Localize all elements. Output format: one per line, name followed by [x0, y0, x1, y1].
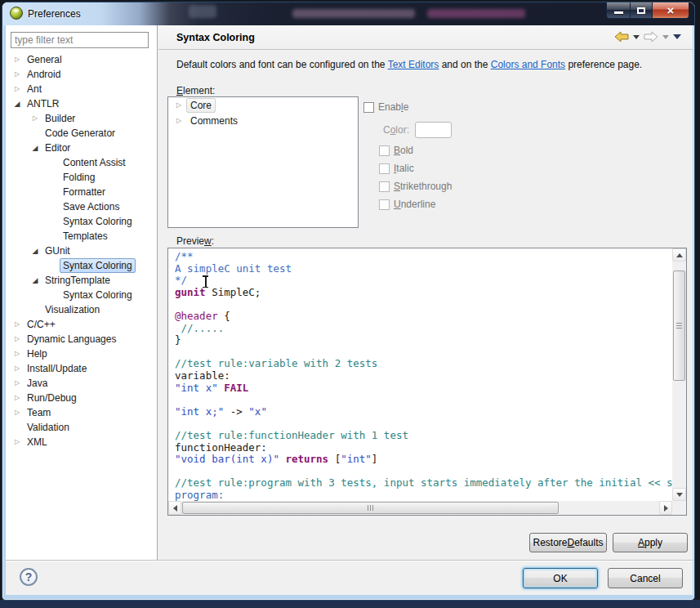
scroll-up-button[interactable] [672, 248, 686, 262]
horizontal-scroll-thumb[interactable] [182, 502, 559, 514]
scroll-right-button[interactable] [659, 501, 672, 515]
thumb-grip [676, 323, 682, 329]
collapse-arrow-icon[interactable]: ▷ [11, 332, 24, 346]
sidebar-item-validation[interactable]: Validation [6, 420, 157, 435]
sidebar-item-content-assist[interactable]: Content Assist [6, 155, 157, 170]
back-arrow-icon[interactable] [614, 31, 629, 42]
sidebar-item-label: Content Assist [60, 155, 129, 170]
expand-arrow-icon[interactable]: ◢ [11, 96, 24, 111]
collapse-arrow-icon[interactable]: ▷ [11, 346, 24, 361]
sidebar-item-install-update[interactable]: ▷Install/Update [6, 361, 157, 376]
text-editors-link[interactable]: Text Editors [388, 59, 439, 70]
collapse-arrow-icon[interactable]: ▷ [11, 67, 24, 82]
description-text: and on the [439, 59, 490, 70]
code-token-plain: { [218, 310, 230, 322]
sidebar-item-formatter[interactable]: Formatter [6, 185, 157, 199]
forward-arrow-icon[interactable] [644, 31, 658, 42]
code-line: /** [175, 251, 672, 263]
sidebar-item-team[interactable]: ▷Team [6, 405, 157, 420]
collapse-arrow-icon[interactable]: ▷ [172, 114, 186, 128]
dialog-titlebar[interactable]: Preferences × [2, 2, 694, 25]
sidebar-item-builder[interactable]: ▷Builder [6, 111, 157, 126]
sidebar-item-folding[interactable]: Folding [6, 170, 157, 185]
sidebar-item-gunit[interactable]: ◢GUnit [6, 244, 157, 258]
code-line: //test rule:functionHeader with 1 test [175, 430, 672, 442]
code-line: gunit SimpleC; [175, 287, 672, 299]
code-token-kw: gunit [175, 286, 206, 298]
collapse-arrow-icon[interactable]: ▷ [11, 391, 24, 405]
collapse-arrow-icon[interactable]: ▷ [11, 317, 24, 332]
code-line: //test rule:variable with 2 tests [175, 358, 672, 370]
underline-checkbox[interactable] [379, 199, 390, 210]
apply-button[interactable]: Apply [613, 533, 688, 552]
collapse-arrow-icon[interactable]: ▷ [11, 435, 24, 449]
close-button[interactable]: × [653, 2, 689, 19]
italic-checkbox[interactable] [379, 163, 390, 174]
collapse-arrow-icon[interactable]: ▷ [11, 376, 24, 391]
sidebar-item-dynamic-languages[interactable]: ▷Dynamic Languages [6, 332, 157, 346]
sidebar-item-visualization[interactable]: Visualization [6, 302, 157, 317]
collapse-arrow-icon[interactable]: ▷ [11, 405, 24, 420]
description-text: preference page. [565, 59, 642, 70]
collapse-arrow-icon[interactable]: ▷ [11, 361, 24, 376]
color-swatch-button[interactable] [415, 122, 452, 138]
restore-defaults-button[interactable]: Restore Defaults [529, 533, 607, 552]
minimize-button[interactable] [606, 2, 630, 19]
description-text: Default colors and font can be configure… [176, 59, 388, 70]
sidebar-item-stringtemplate[interactable]: ◢StringTemplate [6, 273, 157, 288]
horizontal-scrollbar[interactable] [168, 501, 672, 515]
help-button[interactable]: ? [20, 568, 38, 586]
element-item-label: Comments [186, 114, 242, 128]
sidebar-item-templates[interactable]: Templates [6, 229, 157, 244]
collapse-arrow-icon[interactable]: ▷ [11, 82, 24, 96]
cancel-button[interactable]: Cancel [608, 568, 683, 588]
sidebar-item-syntax-coloring[interactable]: Syntax Coloring [6, 258, 157, 273]
maximize-icon [637, 7, 645, 14]
element-item-core[interactable]: ▷Core [168, 97, 358, 113]
strikethrough-checkbox[interactable] [379, 181, 390, 192]
vertical-scroll-thumb[interactable] [673, 270, 685, 381]
sidebar-item-label: Run/Debug [24, 391, 80, 405]
view-menu-icon[interactable] [673, 34, 681, 39]
sidebar-item-editor[interactable]: ◢Editor [6, 141, 157, 155]
back-history-dropdown-icon[interactable] [633, 35, 640, 39]
colors-and-fonts-link[interactable]: Colors and Fonts [491, 59, 565, 70]
expand-arrow-icon[interactable]: ◢ [29, 273, 42, 288]
vertical-scrollbar[interactable] [672, 248, 686, 501]
expand-arrow-icon[interactable]: ◢ [29, 244, 42, 258]
collapse-arrow-icon[interactable]: ▷ [11, 52, 24, 67]
sidebar-item-c-c[interactable]: ▷C/C++ [6, 317, 157, 332]
ok-button[interactable]: OK [523, 568, 598, 588]
forward-history-dropdown-icon[interactable] [662, 35, 669, 39]
scroll-left-button[interactable] [168, 501, 181, 515]
sidebar-item-run-debug[interactable]: ▷Run/Debug [6, 391, 157, 405]
preferences-dialog: Preferences × ▷General▷Android▷Ant◢ANTLR… [2, 2, 695, 601]
maximize-button[interactable] [630, 2, 653, 19]
sidebar-item-xml[interactable]: ▷XML [6, 435, 157, 449]
collapse-arrow-icon[interactable]: ▷ [29, 111, 42, 126]
code-line: "void bar(int x)" returns ["int"] [175, 454, 672, 466]
preview-editor[interactable]: /**A simpleC unit test*/gunit SimpleC; @… [168, 248, 672, 501]
sidebar-item-label: ANTLR [24, 96, 62, 111]
code-line: } [175, 334, 672, 346]
sidebar-item-antlr[interactable]: ◢ANTLR [6, 96, 157, 111]
sidebar-item-code-generator[interactable]: Code Generator [6, 126, 157, 141]
sidebar-item-general[interactable]: ▷General [6, 52, 157, 67]
bold-checkbox[interactable] [379, 145, 390, 156]
expand-arrow-icon[interactable]: ◢ [29, 141, 42, 155]
scroll-down-button[interactable] [672, 488, 686, 501]
preference-tree: ▷General▷Android▷Ant◢ANTLR▷BuilderCode G… [6, 52, 157, 449]
sidebar-item-java[interactable]: ▷Java [6, 376, 157, 391]
sidebar-item-help[interactable]: ▷Help [6, 346, 157, 361]
sidebar-item-save-actions[interactable]: Save Actions [6, 199, 157, 214]
strikethrough-checkbox-row: Strikethrough [379, 181, 452, 192]
sidebar-item-ant[interactable]: ▷Ant [6, 82, 157, 96]
element-item-comments[interactable]: ▷Comments [168, 113, 358, 128]
sidebar-item-syntax-coloring[interactable]: Syntax Coloring [6, 214, 157, 229]
sidebar-item-syntax-coloring[interactable]: Syntax Coloring [6, 288, 157, 302]
sidebar-item-android[interactable]: ▷Android [6, 67, 157, 82]
filter-input[interactable] [11, 32, 149, 48]
collapse-arrow-icon[interactable]: ▷ [172, 98, 186, 113]
enable-checkbox[interactable] [363, 102, 374, 113]
enable-checkbox-row: Enable [363, 101, 543, 113]
